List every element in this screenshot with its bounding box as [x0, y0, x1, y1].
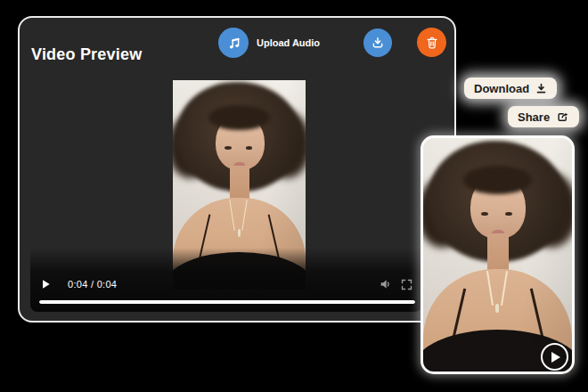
- portrait-photo: [423, 138, 572, 372]
- fullscreen-icon[interactable]: [400, 278, 413, 291]
- share-icon: [556, 110, 569, 124]
- video-time-display: 0:04 / 0:04: [68, 279, 117, 290]
- download-button[interactable]: Download: [464, 78, 557, 99]
- video-progress-fill: [39, 300, 415, 304]
- delete-video-button[interactable]: [417, 28, 446, 57]
- page-title: Video Preview: [31, 45, 142, 64]
- upload-audio-button[interactable]: Upload Audio: [218, 28, 320, 58]
- video-preview-panel: Video Preview Upload Audio: [18, 16, 456, 323]
- volume-icon[interactable]: [379, 277, 393, 291]
- app-background: Video Preview Upload Audio: [0, 0, 588, 392]
- trash-icon: [425, 36, 439, 50]
- play-icon[interactable]: [39, 278, 52, 290]
- download-icon: [535, 83, 547, 94]
- video-progress-bar[interactable]: [39, 300, 415, 304]
- download-video-button[interactable]: [363, 29, 392, 57]
- share-button-label: Share: [518, 110, 550, 124]
- video-thumbnail-card[interactable]: [421, 135, 575, 374]
- download-icon: [371, 36, 385, 50]
- video-controls-bar: 0:04 / 0:04: [30, 248, 422, 312]
- play-circle-icon[interactable]: [541, 343, 568, 371]
- share-button[interactable]: Share: [508, 106, 579, 127]
- download-button-label: Download: [474, 82, 529, 95]
- video-player[interactable]: 0:04 / 0:04: [30, 68, 422, 312]
- upload-audio-label: Upload Audio: [257, 37, 320, 48]
- music-note-icon: [218, 28, 249, 58]
